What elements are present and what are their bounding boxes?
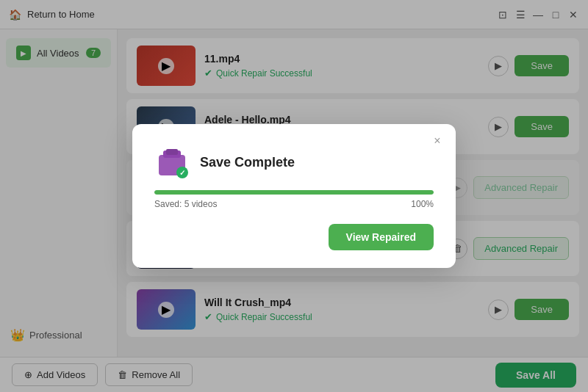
modal-title: Save Complete [200, 155, 295, 170]
modal-overlay: × ✓ Save Complete Saved: [0, 0, 588, 392]
modal-progress-bar [154, 190, 434, 195]
svg-text:✓: ✓ [179, 169, 185, 177]
modal-close-button[interactable]: × [429, 133, 445, 149]
percentage: 100% [411, 199, 434, 209]
saved-info: Saved: 5 videos [154, 199, 217, 209]
modal-progress-info: Saved: 5 videos 100% [154, 199, 434, 209]
app-container: 🏠 Return to Home ⊡ ☰ — □ ✕ ▶ All Videos … [0, 0, 588, 392]
modal-icon: ✓ [154, 145, 190, 180]
modal-footer: View Repaired [154, 224, 434, 250]
save-complete-icon: ✓ [154, 145, 190, 180]
svg-rect-2 [166, 149, 178, 155]
modal-progress-fill [154, 190, 434, 195]
view-repaired-button[interactable]: View Repaired [329, 224, 434, 250]
save-complete-modal: × ✓ Save Complete Saved: [132, 124, 456, 268]
modal-header: ✓ Save Complete [154, 145, 434, 180]
